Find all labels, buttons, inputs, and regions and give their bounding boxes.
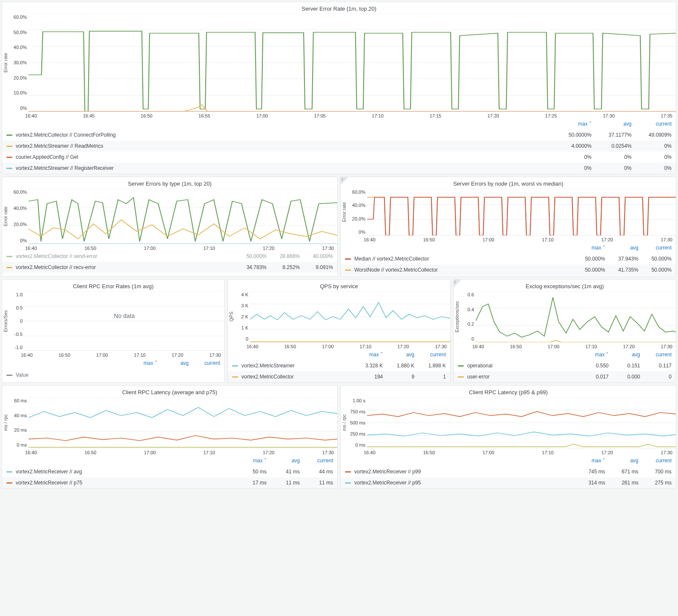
swatch-icon bbox=[458, 365, 464, 367]
x-axis-ticks: 16:4016:5017:0017:1017:2017:30 bbox=[243, 342, 450, 349]
legend-sort-avg[interactable]: avg bbox=[607, 245, 638, 251]
legend-sort-max[interactable]: max bbox=[235, 458, 267, 464]
y-axis-label: Error rate bbox=[341, 202, 348, 222]
panel-title: Client RPC Latency (p95 & p99) bbox=[341, 386, 676, 397]
legend-sort-avg[interactable]: avg bbox=[385, 352, 414, 358]
legend-sort-current[interactable]: current bbox=[190, 360, 220, 366]
x-axis-ticks: 16:4016:5017:0017:1017:2017:30 bbox=[22, 448, 337, 455]
swatch-icon bbox=[6, 267, 12, 268]
swatch-icon bbox=[232, 376, 238, 378]
legend-row[interactable]: user-error 0.0170.0000 bbox=[454, 371, 676, 382]
chart-svg bbox=[24, 291, 224, 351]
legend-row[interactable]: vortex2.MetricCollector // ConnectForPol… bbox=[2, 129, 676, 140]
x-axis-ticks: 16:4016:5017:0017:1017:2017:30 bbox=[360, 235, 676, 242]
legend-row[interactable]: vortex2.MetricCollector // send-error 50… bbox=[2, 251, 337, 262]
y-axis-ticks: 1.00.50-0.5-1.0 bbox=[9, 291, 24, 351]
legend-sort-current[interactable]: current bbox=[416, 352, 446, 358]
legend: max avg current operational 0.5500.1510.… bbox=[454, 349, 676, 382]
y-axis-label: Exceptions/sec bbox=[454, 301, 460, 332]
legend: max avg current Median // vortex2.Metric… bbox=[341, 242, 676, 275]
legend-sort-max[interactable]: max bbox=[553, 121, 592, 127]
legend-row[interactable]: WorstNode // vortex2.MetricCollector 50.… bbox=[341, 264, 676, 275]
legend: max avg current vortex2.MetricCollector … bbox=[2, 118, 676, 174]
legend-row[interactable]: vortex2.MetricStreamer 3.328 K1.880 K1.8… bbox=[228, 360, 450, 371]
swatch-icon bbox=[6, 471, 12, 473]
chart-svg bbox=[29, 397, 337, 448]
panel-title: Client RPC Error Rates (1m avg) bbox=[2, 280, 224, 291]
swatch-icon bbox=[6, 482, 12, 484]
panel-server-error-rate[interactable]: Server Error Rate (1m, top 20) Error rat… bbox=[2, 2, 676, 174]
swatch-icon bbox=[6, 146, 12, 147]
panel-title: Exclog exceptions/sec (1m avg) bbox=[454, 280, 676, 291]
legend-row[interactable]: vortex2.MetricCollector 19491 bbox=[228, 371, 450, 382]
y-axis-label: Error rate bbox=[2, 53, 9, 72]
legend-sort-max[interactable]: max bbox=[574, 245, 605, 251]
legend-row[interactable]: vortex2.MetricReceiver // avg 50 ms41 ms… bbox=[2, 466, 337, 477]
chart-svg bbox=[29, 14, 676, 112]
y-axis-label: ms / rpc bbox=[2, 414, 9, 431]
legend: max avg current vortex2.MetricReceiver /… bbox=[2, 455, 337, 488]
legend-row[interactable]: operational 0.5500.1510.117 bbox=[454, 360, 676, 371]
chart-svg bbox=[29, 189, 337, 244]
swatch-icon bbox=[6, 256, 12, 257]
dashboard: Server Error Rate (1m, top 20) Error rat… bbox=[2, 2, 676, 489]
legend-sort-avg[interactable]: avg bbox=[159, 360, 189, 366]
panel-title: Server Error Rate (1m, top 20) bbox=[2, 2, 676, 14]
swatch-icon bbox=[6, 168, 12, 169]
y-axis-ticks: 60.0%40.0%20.0%0% bbox=[348, 189, 367, 235]
legend-row[interactable]: vortex2.MetricCollector // recv-error 34… bbox=[2, 262, 337, 273]
legend: vortex2.MetricCollector // send-error 50… bbox=[2, 251, 337, 276]
legend-row[interactable]: Median // vortex2.MetricCollector 50.000… bbox=[341, 253, 676, 264]
legend-row[interactable]: vortex2.MetricStreamer // ReadMetrics 4.… bbox=[2, 140, 676, 152]
chart-svg bbox=[367, 189, 676, 235]
legend-sort-max[interactable]: max bbox=[353, 352, 383, 358]
legend-row[interactable]: vortex2.MetricReceiver // p95 314 ms261 … bbox=[341, 477, 676, 488]
panel-title: Client RPC Latency (average and p75) bbox=[2, 386, 337, 397]
legend-sort-current[interactable]: current bbox=[642, 352, 672, 358]
swatch-icon bbox=[6, 157, 12, 158]
legend: max avg current vortex2.MetricReceiver /… bbox=[341, 455, 676, 488]
legend-sort-avg[interactable]: avg bbox=[268, 458, 300, 464]
legend-sort-max[interactable]: max bbox=[574, 458, 605, 464]
swatch-icon bbox=[345, 482, 351, 484]
swatch-icon bbox=[345, 258, 351, 260]
y-axis-label: QPS bbox=[228, 312, 235, 321]
legend-sort-avg[interactable]: avg bbox=[593, 121, 632, 127]
panel-client-rpc-error-rates[interactable]: Client RPC Error Rates (1m avg) Errors/S… bbox=[2, 279, 225, 383]
legend-sort-current[interactable]: current bbox=[640, 458, 672, 464]
info-icon[interactable] bbox=[454, 280, 461, 287]
panel-title: Server Errors by node (1m, worst vs medi… bbox=[341, 177, 676, 189]
y-axis-ticks: 60 ms40 ms20 ms0 ms bbox=[9, 397, 29, 448]
swatch-icon bbox=[6, 135, 12, 136]
legend-row[interactable]: courier.AppliedConfig // Get 0%0%0% bbox=[2, 152, 676, 163]
panel-server-errors-by-type[interactable]: Server Errors by type (1m, top 20) Error… bbox=[2, 177, 338, 277]
legend-sort-avg[interactable]: avg bbox=[607, 458, 638, 464]
x-axis-ticks: 16:4016:5017:0017:1017:2017:30 bbox=[22, 244, 337, 251]
panel-exclog-exceptions[interactable]: Exclog exceptions/sec (1m avg) Exception… bbox=[453, 279, 676, 383]
swatch-icon bbox=[345, 269, 351, 271]
y-axis-ticks: 4 K3 K2 K1 K0 bbox=[235, 291, 250, 342]
legend-sort-current[interactable]: current bbox=[302, 458, 333, 464]
legend-row[interactable]: vortex2.MetricReceiver // p99 745 ms671 … bbox=[341, 466, 676, 477]
legend-sort-max[interactable]: max bbox=[127, 360, 157, 366]
panel-server-errors-by-node[interactable]: Server Errors by node (1m, worst vs medi… bbox=[340, 177, 676, 277]
y-axis-label: Error rate bbox=[2, 206, 9, 226]
legend-row[interactable]: vortex2.MetricStreamer // send-error 0.0… bbox=[2, 273, 337, 276]
legend-body: vortex2.MetricCollector // ConnectForPol… bbox=[2, 129, 676, 174]
x-axis-ticks: 16:4016:5017:0017:1017:2017:30 bbox=[360, 448, 676, 455]
panel-qps-by-service[interactable]: QPS by service QPS 4 K3 K2 K1 K0 bbox=[227, 279, 451, 383]
legend-sort-max[interactable]: max bbox=[579, 352, 609, 358]
legend-row[interactable]: Value bbox=[2, 369, 224, 381]
legend-row[interactable]: vortex2.MetricStreamer // RegisterReceiv… bbox=[2, 163, 676, 174]
legend-sort-current[interactable]: current bbox=[633, 121, 672, 127]
chart-svg bbox=[476, 291, 676, 342]
x-axis-ticks: 16:4016:4516:5016:5517:0017:0517:1017:15… bbox=[22, 112, 676, 118]
y-axis-label: ms / rpc bbox=[341, 414, 348, 431]
legend-sort-avg[interactable]: avg bbox=[610, 352, 640, 358]
y-axis-ticks: 60.0%40.0%20.0%0% bbox=[9, 189, 29, 244]
legend-row[interactable]: vortex2.MetricReceiver // p75 17 ms11 ms… bbox=[2, 477, 337, 488]
legend-sort-current[interactable]: current bbox=[640, 245, 672, 251]
panel-client-rpc-latency-p95-p99[interactable]: Client RPC Latency (p95 & p99) ms / rpc … bbox=[340, 385, 676, 489]
info-icon[interactable] bbox=[341, 177, 348, 185]
panel-client-rpc-latency-avg-p75[interactable]: Client RPC Latency (average and p75) ms … bbox=[2, 385, 338, 489]
